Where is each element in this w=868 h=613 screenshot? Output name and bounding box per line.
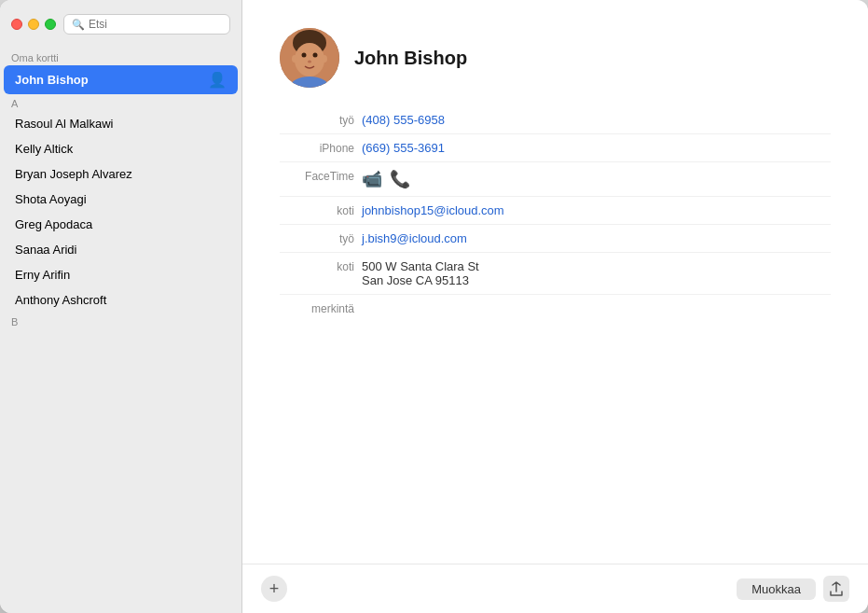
contact-name: Erny Arifin bbox=[15, 268, 70, 282]
field-label: koti bbox=[280, 259, 354, 273]
search-icon: 🔍 bbox=[72, 19, 85, 31]
facetime-icons: 📹 📞 bbox=[362, 169, 410, 189]
field-value-work-phone[interactable]: (408) 555-6958 bbox=[362, 113, 445, 127]
contact-name: Bryan Joseph Alvarez bbox=[15, 167, 132, 181]
field-row-address: koti 500 W Santa Clara StSan Jose CA 951… bbox=[280, 253, 831, 295]
list-item[interactable]: Rasoul Al Malkawi bbox=[4, 111, 238, 136]
contact-name: Rasoul Al Malkawi bbox=[15, 117, 114, 131]
section-a-label: A bbox=[0, 94, 241, 111]
detail-panel: John Bishop työ (408) 555-6958 iPhone (6… bbox=[242, 0, 868, 613]
field-label: iPhone bbox=[280, 141, 354, 155]
field-row-work-phone: työ (408) 555-6958 bbox=[280, 106, 831, 134]
contact-name: Shota Aoyagi bbox=[15, 192, 87, 206]
field-value-iphone[interactable]: (669) 555-3691 bbox=[362, 141, 445, 155]
facetime-video-icon[interactable]: 📹 bbox=[362, 169, 382, 189]
contact-name: Anthony Ashcroft bbox=[15, 293, 106, 307]
field-row-iphone: iPhone (669) 555-3691 bbox=[280, 134, 831, 162]
detail-footer: + Muokkaa bbox=[242, 564, 868, 613]
field-row-home-email: koti johnbishop15@icloud.com bbox=[280, 197, 831, 225]
field-value-address: 500 W Santa Clara StSan Jose CA 95113 bbox=[362, 259, 479, 287]
svg-point-6 bbox=[292, 55, 297, 63]
main-content: 🔍 Oma kortti John Bishop 👤 A Rasoul Al M… bbox=[0, 0, 868, 613]
contact-name: Kelly Altick bbox=[15, 142, 73, 156]
app-window: 🔍 Oma kortti John Bishop 👤 A Rasoul Al M… bbox=[0, 0, 868, 613]
person-icon: 👤 bbox=[208, 71, 227, 89]
svg-point-3 bbox=[302, 53, 307, 58]
footer-right: Muokkaa bbox=[737, 576, 849, 602]
maximize-button[interactable] bbox=[45, 19, 56, 30]
avatar bbox=[280, 28, 339, 88]
section-b-label: B bbox=[0, 313, 241, 329]
field-label: työ bbox=[280, 231, 354, 245]
svg-point-7 bbox=[322, 55, 327, 63]
field-row-work-email: työ j.bish9@icloud.com bbox=[280, 225, 831, 253]
detail-fields: työ (408) 555-6958 iPhone (669) 555-3691… bbox=[242, 106, 868, 564]
list-item[interactable]: Anthony Ashcroft bbox=[4, 287, 238, 313]
list-item[interactable]: Sanaa Aridi bbox=[4, 237, 238, 262]
sidebar: 🔍 Oma kortti John Bishop 👤 A Rasoul Al M… bbox=[0, 0, 242, 613]
close-button[interactable] bbox=[11, 19, 22, 30]
list-item[interactable]: Erny Arifin bbox=[4, 262, 238, 287]
traffic-lights bbox=[11, 19, 56, 30]
share-icon bbox=[830, 581, 843, 596]
search-bar[interactable]: 🔍 bbox=[63, 14, 230, 35]
field-label-note: merkintä bbox=[280, 301, 354, 315]
list-item[interactable]: Shota Aoyagi bbox=[4, 187, 238, 212]
own-card-name: John Bishop bbox=[15, 73, 89, 87]
list-item[interactable]: Bryan Joseph Alvarez bbox=[4, 161, 238, 187]
sidebar-body: Oma kortti John Bishop 👤 A Rasoul Al Mal… bbox=[0, 49, 241, 613]
detail-name: John Bishop bbox=[354, 48, 467, 69]
field-label-facetime: FaceTime bbox=[280, 169, 354, 183]
svg-point-4 bbox=[313, 53, 318, 58]
svg-point-2 bbox=[295, 43, 324, 77]
titlebar: 🔍 bbox=[0, 0, 241, 49]
list-item[interactable]: Kelly Altick bbox=[4, 136, 238, 161]
contact-name: Sanaa Aridi bbox=[15, 243, 77, 257]
own-card-item[interactable]: John Bishop 👤 bbox=[4, 65, 238, 94]
svg-point-5 bbox=[308, 61, 311, 63]
minimize-button[interactable] bbox=[28, 19, 39, 30]
edit-button[interactable]: Muokkaa bbox=[737, 578, 816, 600]
field-value-work-email[interactable]: j.bish9@icloud.com bbox=[362, 231, 467, 245]
field-row-note: merkintä bbox=[280, 295, 831, 322]
field-row-facetime: FaceTime 📹 📞 bbox=[280, 162, 831, 197]
detail-header: John Bishop bbox=[242, 0, 868, 106]
add-button[interactable]: + bbox=[261, 576, 287, 602]
own-card-label: Oma kortti bbox=[0, 49, 241, 65]
share-button[interactable] bbox=[823, 576, 849, 602]
facetime-phone-icon[interactable]: 📞 bbox=[390, 169, 410, 189]
search-input[interactable] bbox=[89, 18, 222, 31]
field-value-home-email[interactable]: johnbishop15@icloud.com bbox=[362, 203, 504, 217]
field-label: koti bbox=[280, 203, 354, 217]
list-item[interactable]: Greg Apodaca bbox=[4, 212, 238, 237]
contact-name: Greg Apodaca bbox=[15, 217, 92, 231]
field-label: työ bbox=[280, 113, 354, 127]
